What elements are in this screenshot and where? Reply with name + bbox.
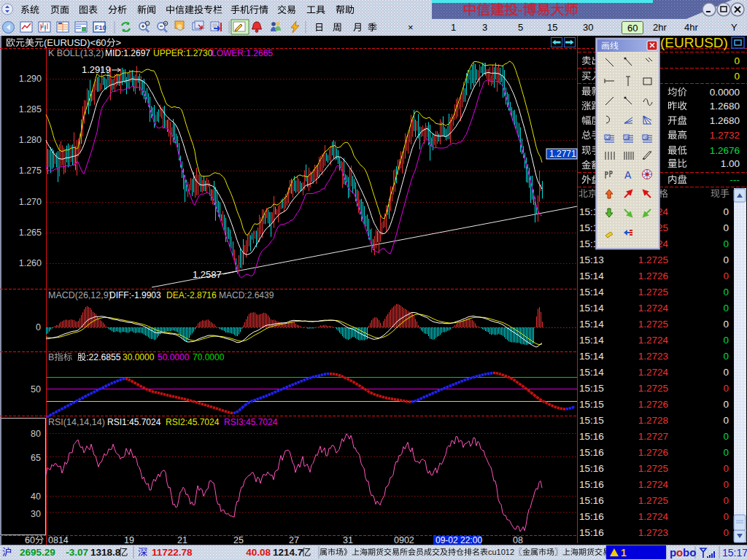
svg-text:%: %: [643, 135, 648, 140]
svg-text:1.275: 1.275: [19, 166, 42, 176]
svg-text:MACD:2.6439: MACD:2.6439: [219, 290, 274, 300]
svg-text:1.270: 1.270: [19, 197, 42, 207]
svg-text:1: 1: [621, 547, 627, 559]
svg-text:11722.78: 11722.78: [152, 547, 193, 558]
svg-text:0: 0: [723, 335, 729, 346]
svg-text:0: 0: [723, 222, 729, 233]
svg-text:09-02 22:00: 09-02 22:00: [436, 535, 482, 545]
svg-text:0: 0: [734, 55, 740, 66]
svg-text:1.2726: 1.2726: [638, 447, 668, 458]
svg-text:1.2724: 1.2724: [638, 303, 669, 314]
svg-text:19: 19: [124, 535, 134, 545]
svg-text:0: 0: [723, 367, 729, 378]
svg-text:30.0000: 30.0000: [123, 352, 155, 362]
svg-text:-3.07: -3.07: [66, 547, 88, 558]
svg-text:B: B: [48, 352, 54, 362]
svg-text:4hr: 4hr: [684, 22, 698, 33]
svg-text:2hr: 2hr: [653, 22, 667, 33]
svg-text:31: 31: [343, 535, 353, 545]
svg-text:0: 0: [723, 527, 729, 538]
svg-text:0: 0: [723, 238, 729, 249]
svg-text:1.2676: 1.2676: [710, 145, 740, 156]
svg-text:G: G: [605, 135, 609, 140]
svg-text:1.2587: 1.2587: [193, 269, 222, 280]
svg-text:1.260: 1.260: [19, 258, 42, 268]
svg-text:1.2771: 1.2771: [549, 149, 576, 159]
svg-text:1.2726: 1.2726: [638, 399, 668, 410]
svg-text:1: 1: [451, 22, 456, 33]
svg-text:30: 30: [583, 22, 593, 33]
svg-text:(EURUSD): (EURUSD): [660, 35, 728, 50]
svg-text:15:16: 15:16: [579, 495, 604, 506]
svg-text:1.2725: 1.2725: [638, 287, 668, 298]
svg-text:DEA:-2.8716: DEA:-2.8716: [166, 290, 217, 300]
svg-text:65: 65: [31, 453, 41, 463]
svg-text:1.2727: 1.2727: [638, 431, 668, 442]
svg-text:RSI3:45.7024: RSI3:45.7024: [224, 417, 278, 427]
svg-text:A: A: [624, 169, 632, 181]
svg-text:08: 08: [513, 535, 523, 545]
svg-text:25: 25: [233, 535, 244, 545]
svg-text:1.2725: 1.2725: [638, 495, 668, 506]
svg-text:15:14: 15:14: [579, 287, 604, 298]
svg-text:21: 21: [177, 535, 187, 545]
svg-text:0: 0: [723, 479, 729, 490]
svg-text:Y: Y: [731, 22, 738, 33]
svg-text:15:16: 15:16: [579, 479, 604, 490]
svg-text:70.0000: 70.0000: [193, 352, 225, 362]
svg-text:3: 3: [482, 22, 487, 33]
svg-text:15:15: 15:15: [579, 383, 604, 394]
svg-text:0.0000: 0.0000: [710, 87, 740, 98]
svg-text:80: 80: [31, 429, 41, 439]
svg-text:0: 0: [723, 495, 729, 506]
svg-text:15:16: 15:16: [579, 463, 604, 474]
svg-text:15:15: 15:15: [579, 415, 604, 426]
svg-text:1.2723: 1.2723: [638, 527, 668, 538]
svg-text:15: 15: [547, 22, 557, 33]
svg-text:p: p: [670, 546, 676, 559]
svg-text:0: 0: [723, 254, 729, 265]
svg-text:×: ×: [408, 22, 414, 33]
svg-text:0: 0: [723, 351, 729, 362]
svg-text:15:16: 15:16: [579, 447, 604, 458]
svg-text:0: 0: [723, 415, 729, 426]
svg-text:0: 0: [723, 463, 729, 474]
svg-text:cu1012: cu1012: [488, 548, 514, 556]
svg-text:1.2724: 1.2724: [638, 511, 669, 522]
svg-text:1.00: 1.00: [721, 158, 740, 169]
svg-text:15:14: 15:14: [579, 367, 604, 378]
svg-text:1.2725: 1.2725: [638, 463, 668, 474]
svg-text:RSI1:45.7024: RSI1:45.7024: [107, 417, 161, 427]
svg-text:30: 30: [31, 509, 41, 519]
svg-text:1318.8: 1318.8: [90, 547, 121, 558]
svg-text:1.2725: 1.2725: [638, 383, 668, 394]
svg-text:0: 0: [723, 271, 729, 281]
svg-text:50.0000: 50.0000: [158, 352, 190, 362]
svg-text:15:14: 15:14: [579, 335, 604, 346]
svg-text:0: 0: [36, 322, 41, 332]
svg-text:15:16: 15:16: [579, 511, 604, 522]
svg-text:RSI2:45.7024: RSI2:45.7024: [166, 417, 220, 427]
svg-text:1.2724: 1.2724: [638, 479, 669, 490]
svg-text:---: ---: [730, 174, 740, 185]
svg-text:LOWER:1.2665: LOWER:1.2665: [212, 48, 273, 58]
svg-text:60: 60: [627, 23, 638, 34]
svg-text:15:17: 15:17: [722, 547, 747, 559]
svg-text:0: 0: [723, 303, 729, 314]
svg-text:1.2723: 1.2723: [638, 351, 668, 362]
svg-text:MACD(26,12,9): MACD(26,12,9): [48, 290, 112, 300]
svg-text:1.2724: 1.2724: [638, 335, 669, 346]
svg-text:15:13: 15:13: [579, 254, 604, 265]
svg-text:40: 40: [31, 491, 41, 502]
svg-text:1.2919: 1.2919: [82, 64, 111, 75]
svg-text:F10: F10: [95, 24, 107, 31]
svg-text:0: 0: [723, 319, 729, 330]
svg-text:0: 0: [723, 511, 729, 522]
svg-text:15:15: 15:15: [579, 399, 604, 410]
svg-text:15:14: 15:14: [579, 351, 604, 362]
svg-text:15:14: 15:14: [579, 271, 604, 281]
svg-text:o: o: [676, 546, 683, 559]
svg-text:K BOLL(13,2): K BOLL(13,2): [48, 48, 104, 58]
svg-text:>: >: [116, 37, 122, 48]
svg-text:1.280: 1.280: [19, 135, 42, 145]
